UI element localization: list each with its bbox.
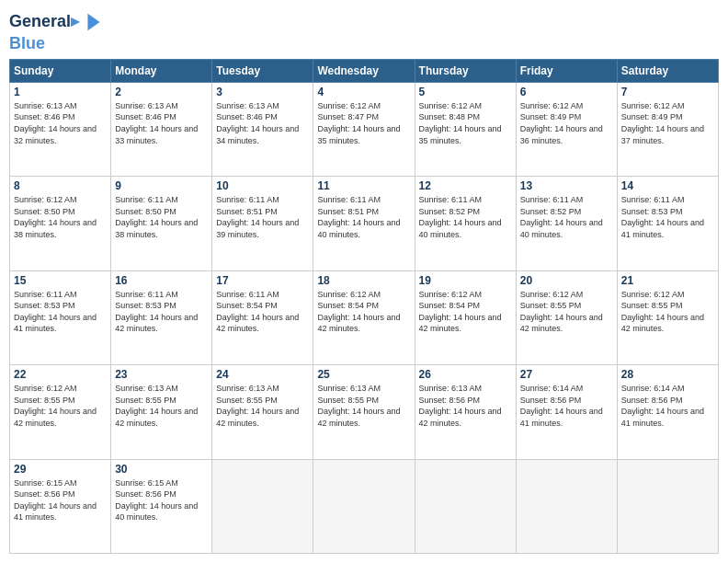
calendar-cell: 28 Sunrise: 6:14 AMSunset: 8:56 PMDaylig…	[617, 365, 718, 459]
calendar-cell: 15 Sunrise: 6:11 AMSunset: 8:53 PMDaylig…	[10, 270, 111, 364]
day-number: 15	[14, 274, 107, 287]
day-header-wednesday: Wednesday	[313, 59, 415, 82]
calendar-cell: 25 Sunrise: 6:13 AMSunset: 8:55 PMDaylig…	[313, 365, 415, 459]
calendar-cell: 22 Sunrise: 6:12 AMSunset: 8:55 PMDaylig…	[10, 365, 111, 459]
day-info: Sunrise: 6:14 AMSunset: 8:56 PMDaylight:…	[621, 383, 714, 429]
day-info: Sunrise: 6:12 AMSunset: 8:54 PMDaylight:…	[419, 289, 512, 335]
day-info: Sunrise: 6:12 AMSunset: 8:47 PMDaylight:…	[317, 100, 410, 146]
calendar-cell: 18 Sunrise: 6:12 AMSunset: 8:54 PMDaylig…	[313, 270, 415, 364]
day-number: 23	[115, 368, 208, 381]
day-info: Sunrise: 6:11 AMSunset: 8:53 PMDaylight:…	[621, 194, 714, 240]
calendar-cell: 4 Sunrise: 6:12 AMSunset: 8:47 PMDayligh…	[313, 82, 415, 176]
calendar-cell: 7 Sunrise: 6:12 AMSunset: 8:49 PMDayligh…	[617, 82, 718, 176]
calendar-cell: 5 Sunrise: 6:12 AMSunset: 8:48 PMDayligh…	[415, 82, 516, 176]
day-number: 19	[419, 274, 512, 287]
calendar-cell: 13 Sunrise: 6:11 AMSunset: 8:52 PMDaylig…	[516, 177, 617, 270]
day-number: 26	[419, 368, 512, 381]
calendar-cell	[415, 459, 516, 553]
calendar-cell	[617, 459, 718, 553]
calendar-cell: 8 Sunrise: 6:12 AMSunset: 8:50 PMDayligh…	[10, 177, 111, 270]
day-number: 12	[419, 179, 512, 192]
day-info: Sunrise: 6:11 AMSunset: 8:51 PMDaylight:…	[317, 194, 410, 240]
day-info: Sunrise: 6:11 AMSunset: 8:53 PMDaylight:…	[14, 289, 107, 335]
day-info: Sunrise: 6:11 AMSunset: 8:50 PMDaylight:…	[115, 194, 208, 240]
day-info: Sunrise: 6:13 AMSunset: 8:56 PMDaylight:…	[419, 383, 512, 429]
day-header-thursday: Thursday	[415, 59, 516, 82]
day-number: 10	[216, 179, 309, 192]
logo-blue: Blue	[9, 35, 107, 53]
day-header-sunday: Sunday	[10, 59, 111, 82]
day-number: 14	[621, 179, 714, 192]
day-number: 9	[115, 179, 208, 192]
calendar-cell	[516, 459, 617, 553]
day-info: Sunrise: 6:12 AMSunset: 8:55 PMDaylight:…	[520, 289, 613, 335]
day-number: 30	[115, 463, 208, 476]
day-info: Sunrise: 6:13 AMSunset: 8:46 PMDaylight:…	[216, 100, 309, 146]
calendar-cell: 23 Sunrise: 6:13 AMSunset: 8:55 PMDaylig…	[111, 365, 212, 459]
day-info: Sunrise: 6:13 AMSunset: 8:46 PMDaylight:…	[14, 100, 107, 146]
day-number: 3	[216, 86, 309, 98]
day-info: Sunrise: 6:13 AMSunset: 8:55 PMDaylight:…	[317, 383, 410, 429]
week-row-2: 8 Sunrise: 6:12 AMSunset: 8:50 PMDayligh…	[10, 177, 719, 270]
logo-icon	[81, 9, 107, 35]
day-info: Sunrise: 6:13 AMSunset: 8:55 PMDaylight:…	[115, 383, 208, 429]
day-number: 17	[216, 274, 309, 287]
day-info: Sunrise: 6:11 AMSunset: 8:53 PMDaylight:…	[115, 289, 208, 335]
calendar-cell: 29 Sunrise: 6:15 AMSunset: 8:56 PMDaylig…	[10, 459, 111, 553]
week-row-4: 22 Sunrise: 6:12 AMSunset: 8:55 PMDaylig…	[10, 365, 719, 459]
calendar-cell: 24 Sunrise: 6:13 AMSunset: 8:55 PMDaylig…	[212, 365, 313, 459]
day-number: 7	[621, 86, 714, 98]
day-header-tuesday: Tuesday	[212, 59, 313, 82]
day-info: Sunrise: 6:13 AMSunset: 8:46 PMDaylight:…	[115, 100, 208, 146]
calendar-cell: 2 Sunrise: 6:13 AMSunset: 8:46 PMDayligh…	[111, 82, 212, 176]
day-info: Sunrise: 6:12 AMSunset: 8:49 PMDaylight:…	[520, 100, 613, 146]
calendar-cell: 30 Sunrise: 6:15 AMSunset: 8:56 PMDaylig…	[111, 459, 212, 553]
day-info: Sunrise: 6:12 AMSunset: 8:50 PMDaylight:…	[14, 194, 107, 240]
calendar-cell: 27 Sunrise: 6:14 AMSunset: 8:56 PMDaylig…	[516, 365, 617, 459]
day-number: 5	[419, 86, 512, 98]
day-number: 11	[317, 179, 410, 192]
calendar-cell: 1 Sunrise: 6:13 AMSunset: 8:46 PMDayligh…	[10, 82, 111, 176]
day-info: Sunrise: 6:12 AMSunset: 8:55 PMDaylight:…	[621, 289, 714, 335]
day-header-saturday: Saturday	[617, 59, 718, 82]
day-info: Sunrise: 6:12 AMSunset: 8:49 PMDaylight:…	[621, 100, 714, 146]
logo-text: General▸	[9, 13, 79, 31]
day-number: 24	[216, 368, 309, 381]
day-number: 28	[621, 368, 714, 381]
day-number: 4	[317, 86, 410, 98]
day-info: Sunrise: 6:11 AMSunset: 8:52 PMDaylight:…	[520, 194, 613, 240]
day-number: 21	[621, 274, 714, 287]
day-number: 18	[317, 274, 410, 287]
day-number: 6	[520, 86, 613, 98]
day-number: 2	[115, 86, 208, 98]
day-info: Sunrise: 6:12 AMSunset: 8:48 PMDaylight:…	[419, 100, 512, 146]
day-number: 25	[317, 368, 410, 381]
day-info: Sunrise: 6:13 AMSunset: 8:55 PMDaylight:…	[216, 383, 309, 429]
day-info: Sunrise: 6:11 AMSunset: 8:54 PMDaylight:…	[216, 289, 309, 335]
calendar-body: 1 Sunrise: 6:13 AMSunset: 8:46 PMDayligh…	[10, 82, 719, 553]
week-row-1: 1 Sunrise: 6:13 AMSunset: 8:46 PMDayligh…	[10, 82, 719, 176]
day-number: 22	[14, 368, 107, 381]
day-info: Sunrise: 6:15 AMSunset: 8:56 PMDaylight:…	[115, 477, 208, 523]
day-header-friday: Friday	[516, 59, 617, 82]
svg-marker-0	[88, 14, 100, 31]
day-info: Sunrise: 6:12 AMSunset: 8:55 PMDaylight:…	[14, 383, 107, 429]
calendar-cell: 6 Sunrise: 6:12 AMSunset: 8:49 PMDayligh…	[516, 82, 617, 176]
day-number: 13	[520, 179, 613, 192]
week-row-3: 15 Sunrise: 6:11 AMSunset: 8:53 PMDaylig…	[10, 270, 719, 364]
calendar-cell: 26 Sunrise: 6:13 AMSunset: 8:56 PMDaylig…	[415, 365, 516, 459]
day-number: 20	[520, 274, 613, 287]
day-number: 16	[115, 274, 208, 287]
calendar-header-row: SundayMondayTuesdayWednesdayThursdayFrid…	[10, 59, 719, 82]
header: General▸ Blue	[9, 9, 719, 53]
calendar-cell: 3 Sunrise: 6:13 AMSunset: 8:46 PMDayligh…	[212, 82, 313, 176]
day-header-monday: Monday	[111, 59, 212, 82]
day-info: Sunrise: 6:11 AMSunset: 8:52 PMDaylight:…	[419, 194, 512, 240]
day-info: Sunrise: 6:15 AMSunset: 8:56 PMDaylight:…	[14, 477, 107, 523]
day-number: 8	[14, 179, 107, 192]
calendar-cell	[212, 459, 313, 553]
day-info: Sunrise: 6:12 AMSunset: 8:54 PMDaylight:…	[317, 289, 410, 335]
day-number: 27	[520, 368, 613, 381]
calendar-cell: 10 Sunrise: 6:11 AMSunset: 8:51 PMDaylig…	[212, 177, 313, 270]
day-info: Sunrise: 6:11 AMSunset: 8:51 PMDaylight:…	[216, 194, 309, 240]
